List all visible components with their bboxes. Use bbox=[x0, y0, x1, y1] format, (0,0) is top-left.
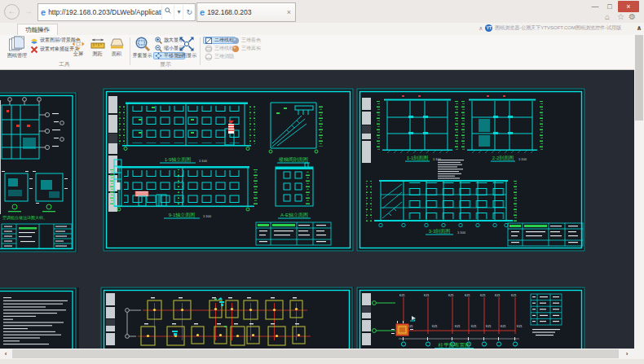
tab-title[interactable]: 192.168.0.203 bbox=[207, 8, 283, 16]
settings-gear-icon[interactable]: ⚙ bbox=[629, 12, 636, 21]
wireframe-3d-icon bbox=[205, 45, 213, 53]
sheet-d-notes bbox=[0, 287, 79, 349]
svg-text:KZ1: KZ1 bbox=[486, 325, 492, 328]
forward-button[interactable]: → bbox=[21, 5, 35, 19]
group-separator bbox=[200, 37, 201, 65]
margin-strip bbox=[362, 98, 371, 163]
trial-text: 图纸浏览器-公测天下YTVSOFT.COM图纸浏览控件-试用版 bbox=[495, 24, 621, 32]
vertical-scrollbar[interactable]: ∧ ∨ bbox=[634, 23, 644, 359]
svg-text:KZ1: KZ1 bbox=[471, 325, 477, 328]
home-icon[interactable]: ⌂ bbox=[605, 12, 610, 21]
ie-page-icon: e bbox=[38, 7, 48, 17]
margin-strip bbox=[106, 293, 115, 345]
address-dropdown-icon[interactable]: ▾ bbox=[174, 5, 183, 20]
wireframe-2d-icon bbox=[205, 37, 213, 45]
svg-text:9-1轴立面图: 9-1轴立面图 bbox=[169, 212, 196, 218]
svg-text:1:100: 1:100 bbox=[518, 157, 527, 161]
fullscreen-button[interactable]: 全屏 bbox=[70, 37, 86, 57]
svg-text:KZ1: KZ1 bbox=[517, 325, 523, 328]
style-3d-hidden-button[interactable]: 三维消隐 bbox=[203, 53, 236, 60]
scroll-up-arrow[interactable]: ∧ bbox=[634, 23, 644, 34]
svg-text:2-2剖面图: 2-2剖面图 bbox=[492, 155, 514, 161]
group-label-tools: 工具 bbox=[0, 60, 129, 68]
cad-viewport[interactable]: 空调机位做法详图大样。 bbox=[0, 70, 634, 349]
collapse-ribbon-icon[interactable]: ∧ bbox=[479, 25, 483, 32]
sheet-e-foundation-plan bbox=[100, 287, 354, 349]
maximize-button[interactable]: □ bbox=[603, 1, 616, 12]
scrollbar-corner bbox=[634, 349, 644, 359]
vertical-scroll-thumb[interactable] bbox=[635, 35, 643, 121]
svg-text:1:100: 1:100 bbox=[457, 230, 466, 235]
horizontal-scroll-thumb[interactable] bbox=[12, 349, 619, 358]
group-separator bbox=[130, 37, 130, 65]
zoom-extents-icon bbox=[179, 36, 195, 52]
area-trapezoid-icon bbox=[110, 37, 124, 50]
zoom-extents-button[interactable]: 全图显示 bbox=[176, 36, 197, 59]
svg-text:KZ1: KZ1 bbox=[432, 325, 438, 328]
tab-close-icon[interactable]: × bbox=[283, 8, 295, 16]
svg-text:KZ1: KZ1 bbox=[455, 325, 461, 328]
measure-distance-button[interactable]: 测距 bbox=[88, 37, 107, 57]
shaded-sphere-icon bbox=[232, 37, 240, 45]
back-button[interactable]: ← bbox=[4, 4, 20, 20]
browser-titlebar: ← → e http://192.168.0.203/DLWeb/Applica… bbox=[0, 0, 644, 23]
close-button[interactable]: × bbox=[618, 1, 639, 12]
ribbon-tab-function-ops[interactable]: 功能操作 bbox=[17, 24, 58, 36]
realistic-sphere-icon bbox=[232, 45, 240, 53]
window-zoom-button[interactable]: 开窗显示 bbox=[131, 36, 153, 59]
url-text[interactable]: http://192.168.0.203/DLWeb/Application/Y… bbox=[48, 8, 161, 16]
search-icon[interactable] bbox=[161, 5, 174, 20]
svg-text:1:100: 1:100 bbox=[433, 157, 442, 161]
pan-arrows-icon bbox=[155, 52, 162, 59]
detail-note: 空调机位做法详图大样。 bbox=[2, 215, 47, 221]
scroll-right-arrow[interactable]: › bbox=[621, 349, 633, 359]
svg-text:楼梯间剖面图: 楼梯间剖面图 bbox=[279, 156, 308, 163]
browser-tab[interactable]: e 192.168.0.203 × bbox=[196, 2, 296, 22]
svg-text:1-1剖面图: 1-1剖面图 bbox=[407, 155, 429, 161]
svg-text:3-3剖面图: 3-3剖面图 bbox=[429, 228, 451, 235]
group-label-display: 显示 bbox=[132, 60, 199, 68]
fullscreen-arrows-icon bbox=[72, 37, 85, 50]
style-3d-shaded-button[interactable]: 三维着色 bbox=[230, 37, 262, 44]
margin-strip bbox=[362, 293, 371, 345]
zoom-out-icon bbox=[155, 45, 162, 52]
ribbon-tabstrip: 功能操作 ∧ YT 图纸浏览器-公测天下YTVSOFT.COM图纸浏览控件-试用… bbox=[0, 23, 634, 36]
zoom-in-icon bbox=[155, 37, 162, 44]
sheet-a-details: 空调机位做法详图大样。 bbox=[0, 92, 77, 252]
hidden-3d-icon bbox=[205, 53, 213, 61]
window-bottom-frame bbox=[0, 359, 644, 364]
horizontal-scrollbar[interactable]: ‹ › bbox=[0, 349, 634, 359]
refresh-icon[interactable]: ↻ bbox=[183, 5, 195, 20]
ribbon-body: 图纸管理 设置图层/背景颜色 设置对象捕捉开关 全屏 bbox=[0, 35, 634, 70]
red-x-icon bbox=[30, 46, 38, 54]
svg-text:1:100: 1:100 bbox=[203, 214, 212, 218]
layers-icon bbox=[30, 37, 38, 45]
svg-text:1:100: 1:100 bbox=[199, 159, 208, 163]
scroll-left-arrow[interactable]: ‹ bbox=[0, 349, 11, 359]
measure-area-button[interactable]: 面积 bbox=[108, 37, 126, 57]
sheet-b-elevations: 1-9轴立面图 1:100 楼梯间剖面图 bbox=[103, 88, 354, 252]
sheet-c-sections: 1-1剖面图 1:100 2-2剖面图 1:100 bbox=[356, 88, 585, 252]
svg-text:1-9轴立面图: 1-9轴立面图 bbox=[165, 156, 192, 163]
address-bar[interactable]: e http://192.168.0.203/DLWeb/Application… bbox=[37, 3, 196, 21]
svg-text:A-E轴立面图: A-E轴立面图 bbox=[280, 212, 308, 218]
tab-favicon: e bbox=[197, 7, 207, 17]
minimize-button[interactable]: — bbox=[589, 1, 602, 12]
style-3d-realistic-button[interactable]: 三维真实 bbox=[230, 45, 262, 52]
svg-text:KZ1: KZ1 bbox=[424, 294, 430, 297]
magnifier-window-icon bbox=[135, 36, 151, 52]
svg-text:KZ1: KZ1 bbox=[495, 294, 501, 297]
drawing-manager-button[interactable]: 图纸管理 bbox=[4, 36, 30, 59]
svg-text:KZ1: KZ1 bbox=[465, 294, 470, 297]
stacked-drawings-icon bbox=[8, 36, 26, 52]
ruler-icon bbox=[90, 37, 105, 50]
svg-text:KZ1: KZ1 bbox=[501, 325, 506, 328]
svg-text:KZ1: KZ1 bbox=[448, 294, 454, 297]
svg-text:KZ1: KZ1 bbox=[511, 294, 517, 297]
browser-window: ← → e http://192.168.0.203/DLWeb/Applica… bbox=[0, 0, 644, 364]
yt-logo-icon: YT bbox=[485, 24, 492, 32]
favorites-icon[interactable]: ☆ bbox=[617, 12, 624, 21]
trial-notice: ∧ YT 图纸浏览器-公测天下YTVSOFT.COM图纸浏览控件-试用版 bbox=[479, 24, 621, 32]
sheet-title: 柱平面布置图 bbox=[439, 342, 470, 348]
svg-text:KZ1: KZ1 bbox=[399, 294, 405, 297]
